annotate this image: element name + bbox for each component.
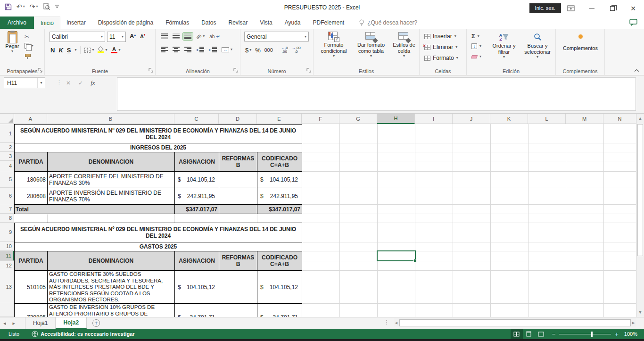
fill-dropdown-icon[interactable]: ▾ [479,44,481,48]
insert-cells-button[interactable]: Insertar ▾ [424,33,456,40]
row-header-14[interactable] [0,303,14,317]
increase-indent-button[interactable]: ▸ [207,46,218,53]
cell-asignacion[interactable]: $34.701,71 [174,303,219,317]
tab-datos[interactable]: Datos [195,17,222,29]
row-header-7[interactable]: 7 [0,204,14,214]
zoom-out-button[interactable]: − [552,331,556,338]
minimize-button[interactable] [581,0,603,17]
autosum-button[interactable]: Σ▾ [471,33,479,40]
alineacion-dialog-launcher[interactable] [233,68,239,73]
selected-cell-H11[interactable] [377,250,416,261]
cell-codificado[interactable]: $104.105,12 [257,171,302,188]
row-header-10[interactable]: 10 [0,242,14,251]
sheet-tab-hoja2[interactable]: Hoja2 [56,317,87,329]
comma-style-button[interactable]: 000 [264,48,273,53]
row-header-5[interactable]: 5 [0,171,14,188]
cell-partida[interactable]: 730805 [14,303,48,317]
number-format-combobox[interactable]: General ▾ [244,32,309,42]
align-left-button[interactable] [159,46,169,53]
delete-cells-button[interactable]: ✕ Eliminar ▾ [424,44,457,50]
zoom-in-button[interactable]: + [615,331,619,338]
cell-reformas-empty[interactable] [219,188,257,205]
header-partida[interactable]: PARTIDA [14,152,48,172]
total-label-cell[interactable]: Total [14,204,175,214]
tab-pdfelement[interactable]: PDFelement [306,17,350,29]
italic-button[interactable]: K [58,47,63,54]
sheet-nav-right-icon[interactable]: ▸ [9,317,19,329]
collapse-ribbon-button[interactable] [634,69,639,72]
header-codificado[interactable]: CODIFICADO C=A+B [257,251,302,271]
find-select-button[interactable]: Buscar y seleccionar ▾ [520,32,554,59]
column-header-C[interactable]: C [174,114,219,124]
cell-denominacion[interactable]: GASTO CORRIENTE 30% SUELDOS AUTORIDADES,… [47,270,175,304]
column-header-E[interactable]: E [257,114,302,124]
insert-function-button[interactable]: fx [91,79,95,87]
ingresos-title-cell[interactable]: SEGÚN ACUERDO MINISTERIAL Nº 029 DEL MIN… [14,124,302,143]
cancel-entry-button[interactable]: ✕ [66,80,71,86]
row-header-8[interactable]: 8 [0,214,14,223]
scroll-right-icon[interactable]: ▲ [632,321,636,325]
percent-style-button[interactable]: % [255,47,261,54]
delete-cells-dropdown-icon[interactable]: ▾ [455,45,457,49]
cut-button[interactable]: ✂ [25,33,29,40]
row-header-3[interactable]: 3 [0,152,14,161]
wrap-text-button[interactable]: ab↵ [208,33,222,40]
sort-filter-button[interactable]: AZ Ordenar y filtrar ▾ [487,32,520,59]
new-sheet-button[interactable]: + [92,319,100,327]
tab-insertar[interactable]: Insertar [60,17,92,29]
format-as-table-button[interactable]: Dar formato como tabla ▾ [353,32,389,58]
autosum-dropdown-icon[interactable]: ▾ [478,34,479,38]
header-asignacion[interactable]: ASIGNACION [174,152,219,172]
portapapeles-dialog-launcher[interactable] [38,68,43,73]
cell-codificado[interactable]: $104.105,12 [257,270,302,304]
scroll-up-icon[interactable]: ▲ [636,116,644,121]
header-denominacion[interactable]: DENOMINACION [47,152,175,172]
decrease-indent-button[interactable]: ◂ [195,46,206,53]
underline-dropdown-icon[interactable]: ▾ [74,48,76,52]
row-header-11[interactable]: 11 [0,251,14,261]
column-header-G[interactable]: G [339,114,377,124]
copy-dropdown-icon[interactable]: ▾ [32,44,33,48]
sheet-grid[interactable]: A B C D E F G H I J K L M N 1 2 3 4 5 6 … [0,114,644,317]
cell-denominacion[interactable]: APORTE CORRIENTE DEL MINISTERIO DE FINAN… [47,171,175,188]
column-header-H[interactable]: H [377,114,415,124]
align-center-button[interactable] [171,46,181,53]
horizontal-scrollbar[interactable]: ▲ ▲ [394,318,636,327]
paste-button[interactable]: Pegar ▾ [3,31,22,53]
accessibility-status[interactable]: Accesibilidad: es necesario investigar [32,331,134,337]
header-denominacion[interactable]: DENOMINACION [47,251,175,271]
tab-splitter-handle[interactable]: ⋮ [384,319,389,325]
bold-button[interactable]: N [50,47,55,54]
sheet-tab-hoja1[interactable]: Hoja1 [25,317,56,329]
borders-button[interactable]: ▾ [84,48,94,53]
close-button[interactable]: ✕ [622,0,644,17]
cell-reformas-empty[interactable] [219,171,257,188]
fill-button[interactable]: ↓▾ [471,43,481,49]
column-header-K[interactable]: K [490,114,528,124]
ribbon-display-options-button[interactable] [560,0,582,17]
align-top-button[interactable] [159,33,169,40]
tab-formulas[interactable]: Fórmulas [159,17,195,29]
row-header-2[interactable]: 2 [0,143,14,152]
font-name-combobox[interactable]: Calibri ▾ [50,32,105,42]
normal-view-button[interactable] [511,329,523,339]
conditional-formatting-button[interactable]: ≠ Formato condicional ▾ [315,32,352,58]
header-reformas[interactable]: REFORMAS B [219,251,257,271]
row-header-6[interactable]: 6 [0,188,14,204]
cell-codificado[interactable]: $34.701,71 [257,303,302,317]
orientation-dropdown-icon[interactable]: ▾ [203,34,205,38]
header-reformas[interactable]: REFORMAS B [219,152,257,172]
cell-asignacion[interactable]: $242.911,95 [174,188,219,205]
column-header-L[interactable]: L [528,114,566,124]
column-header-F[interactable]: F [302,114,339,124]
tab-ayuda[interactable]: Ayuda [279,17,307,29]
total-codificado-cell[interactable]: $347.017,07 [257,204,302,214]
column-header-J[interactable]: J [453,114,490,124]
ingresos-subtitle-cell[interactable]: INGRESOS DEL 2025 [14,143,302,152]
gastos-title-cell[interactable]: SEGÚN ACUERDO MINISTERIAL Nº 029 DEL MIN… [14,223,302,242]
font-size-dropdown-icon[interactable]: ▾ [122,35,124,39]
vertical-scrollbar[interactable]: ▲ ▼ [636,114,644,317]
zoom-level[interactable]: 100% [624,331,637,337]
accounting-format-button[interactable]: $▾ [245,47,251,54]
restore-button[interactable] [602,0,623,17]
